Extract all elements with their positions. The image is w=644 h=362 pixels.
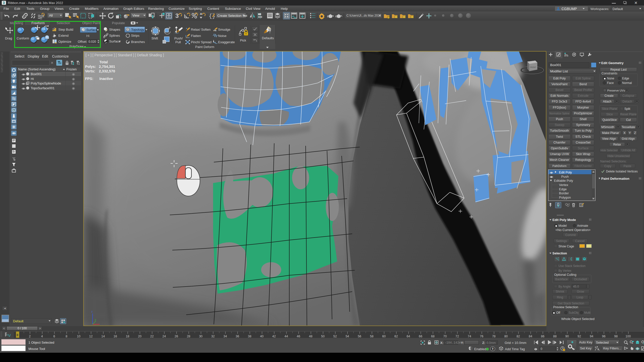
svg-text:22: 22: [150, 335, 154, 338]
svg-text:54: 54: [346, 335, 349, 338]
svg-text:4: 4: [41, 335, 43, 338]
svg-text:64: 64: [407, 335, 410, 338]
svg-text:56: 56: [358, 335, 361, 338]
svg-text:58: 58: [370, 335, 374, 338]
svg-text:68: 68: [431, 335, 434, 338]
svg-text:90: 90: [565, 335, 569, 338]
svg-text:28: 28: [187, 335, 190, 338]
svg-text:2,332,570: 2,332,570: [99, 69, 115, 73]
svg-text:Polys:: Polys:: [85, 65, 96, 69]
svg-text:70: 70: [443, 335, 447, 338]
svg-text:10: 10: [77, 335, 80, 338]
svg-text:36: 36: [236, 335, 239, 338]
svg-text:96: 96: [602, 335, 606, 338]
svg-text:2,754,301: 2,754,301: [99, 65, 115, 69]
svg-text:12: 12: [89, 335, 93, 338]
svg-text:66: 66: [419, 335, 422, 338]
svg-text:92: 92: [578, 335, 581, 338]
svg-text:Verts:: Verts:: [85, 69, 95, 73]
svg-text:3: 3: [175, 12, 179, 19]
svg-text:80: 80: [504, 335, 508, 338]
svg-text:34: 34: [223, 335, 227, 338]
svg-text:94: 94: [590, 335, 593, 338]
svg-text:76: 76: [480, 335, 484, 338]
svg-text:18: 18: [126, 335, 129, 338]
svg-text:2: 2: [29, 335, 31, 338]
svg-text:100: 100: [626, 335, 631, 338]
svg-text:42: 42: [272, 335, 276, 338]
svg-text:38: 38: [248, 335, 251, 338]
svg-text:y: y: [95, 318, 96, 321]
svg-text:52: 52: [333, 335, 337, 338]
svg-text:84: 84: [529, 335, 532, 338]
svg-text:32: 32: [211, 335, 215, 338]
svg-text:20: 20: [138, 335, 141, 338]
svg-text:8: 8: [66, 335, 67, 338]
svg-text:44: 44: [285, 335, 288, 338]
svg-text:16: 16: [113, 335, 117, 338]
svg-text:26: 26: [175, 335, 178, 338]
svg-text:48: 48: [309, 335, 312, 338]
svg-text:40: 40: [260, 335, 264, 338]
svg-text:z: z: [91, 310, 93, 313]
svg-text:46: 46: [297, 335, 300, 338]
svg-text:88: 88: [553, 335, 557, 338]
svg-text:Inactive: Inactive: [99, 77, 113, 81]
svg-text:72: 72: [455, 335, 459, 338]
svg-text:78: 78: [492, 335, 496, 338]
svg-text:60: 60: [382, 335, 386, 338]
svg-text:14: 14: [101, 335, 105, 338]
svg-text:6: 6: [53, 335, 55, 338]
svg-text:FPS:: FPS:: [85, 77, 93, 81]
svg-text:FRONT: FRONT: [530, 66, 536, 68]
svg-text:Total: Total: [99, 60, 108, 64]
svg-text:62: 62: [394, 335, 398, 338]
svg-text:30: 30: [199, 335, 203, 338]
svg-text:[ + ] [ Perspective ] [ Standa: [ + ] [ Perspective ] [ Standard ] [ Def…: [86, 53, 164, 57]
svg-text:82: 82: [516, 335, 520, 338]
svg-text:98: 98: [614, 335, 618, 338]
svg-text:24: 24: [163, 335, 166, 338]
svg-text:50: 50: [321, 335, 325, 338]
svg-text:86: 86: [541, 335, 544, 338]
svg-text:74: 74: [468, 335, 471, 338]
